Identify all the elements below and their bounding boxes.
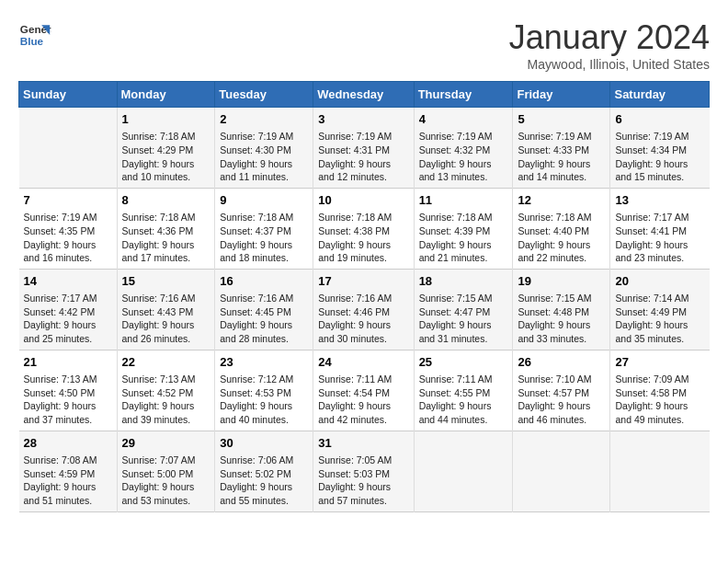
day-number: 2: [220, 111, 308, 128]
calendar-cell: 29Sunrise: 7:07 AMSunset: 5:00 PMDayligh…: [117, 431, 215, 511]
day-number: 21: [24, 354, 112, 371]
day-number: 20: [615, 273, 704, 290]
cell-content: Sunrise: 7:16 AMSunset: 4:45 PMDaylight:…: [220, 292, 308, 346]
cell-content: Sunrise: 7:09 AMSunset: 4:58 PMDaylight:…: [615, 373, 704, 427]
cell-content: Sunrise: 7:14 AMSunset: 4:49 PMDaylight:…: [615, 292, 704, 346]
cell-content: Sunrise: 7:18 AMSunset: 4:37 PMDaylight:…: [220, 211, 308, 265]
day-number: 24: [318, 354, 408, 371]
calendar-cell: 3Sunrise: 7:19 AMSunset: 4:31 PMDaylight…: [313, 108, 414, 189]
calendar-cell: 1Sunrise: 7:18 AMSunset: 4:29 PMDaylight…: [117, 108, 215, 189]
day-number: 31: [318, 435, 408, 452]
cell-content: Sunrise: 7:19 AMSunset: 4:34 PMDaylight:…: [615, 130, 704, 184]
calendar-cell: 30Sunrise: 7:06 AMSunset: 5:02 PMDayligh…: [215, 431, 313, 511]
calendar-subtitle: Maywood, Illinois, United States: [509, 57, 710, 72]
calendar-cell: 16Sunrise: 7:16 AMSunset: 4:45 PMDayligh…: [215, 269, 313, 350]
day-number: 16: [220, 273, 308, 290]
day-number: 30: [220, 435, 308, 452]
calendar-cell: 5Sunrise: 7:19 AMSunset: 4:33 PMDaylight…: [513, 108, 610, 189]
day-number: 11: [419, 192, 508, 209]
cell-content: Sunrise: 7:19 AMSunset: 4:33 PMDaylight:…: [518, 130, 605, 184]
svg-text:Blue: Blue: [20, 35, 44, 47]
calendar-cell: 6Sunrise: 7:19 AMSunset: 4:34 PMDaylight…: [610, 108, 710, 189]
calendar-cell: [610, 431, 710, 511]
calendar-body: 1Sunrise: 7:18 AMSunset: 4:29 PMDaylight…: [19, 108, 710, 512]
day-number: 3: [318, 111, 408, 128]
calendar-cell: 13Sunrise: 7:17 AMSunset: 4:41 PMDayligh…: [610, 188, 710, 269]
calendar-cell: 9Sunrise: 7:18 AMSunset: 4:37 PMDaylight…: [215, 188, 313, 269]
calendar-cell: 11Sunrise: 7:18 AMSunset: 4:39 PMDayligh…: [414, 188, 513, 269]
cell-content: Sunrise: 7:17 AMSunset: 4:41 PMDaylight:…: [615, 211, 704, 265]
header-wednesday: Wednesday: [313, 82, 414, 108]
day-number: 18: [419, 273, 508, 290]
day-number: 1: [122, 111, 210, 128]
header-saturday: Saturday: [610, 82, 710, 108]
day-number: 15: [122, 273, 210, 290]
cell-content: Sunrise: 7:07 AMSunset: 5:00 PMDaylight:…: [122, 454, 210, 508]
calendar-cell: 7Sunrise: 7:19 AMSunset: 4:35 PMDaylight…: [19, 188, 118, 269]
day-number: 14: [24, 273, 112, 290]
calendar-cell: 23Sunrise: 7:12 AMSunset: 4:53 PMDayligh…: [215, 350, 313, 431]
calendar-cell: 27Sunrise: 7:09 AMSunset: 4:58 PMDayligh…: [610, 350, 710, 431]
cell-content: Sunrise: 7:18 AMSunset: 4:39 PMDaylight:…: [419, 211, 508, 265]
title-area: January 2024 Maywood, Illinois, United S…: [509, 18, 710, 72]
day-number: 17: [318, 273, 408, 290]
cell-content: Sunrise: 7:12 AMSunset: 4:53 PMDaylight:…: [220, 373, 308, 427]
day-number: 7: [24, 192, 112, 209]
cell-content: Sunrise: 7:15 AMSunset: 4:47 PMDaylight:…: [419, 292, 508, 346]
day-number: 23: [220, 354, 308, 371]
cell-content: Sunrise: 7:08 AMSunset: 4:59 PMDaylight:…: [24, 454, 112, 508]
day-number: 19: [518, 273, 605, 290]
cell-content: Sunrise: 7:16 AMSunset: 4:43 PMDaylight:…: [122, 292, 210, 346]
cell-content: Sunrise: 7:19 AMSunset: 4:35 PMDaylight:…: [24, 211, 112, 265]
cell-content: Sunrise: 7:19 AMSunset: 4:32 PMDaylight:…: [419, 130, 508, 184]
cell-content: Sunrise: 7:18 AMSunset: 4:36 PMDaylight:…: [122, 211, 210, 265]
cell-content: Sunrise: 7:11 AMSunset: 4:54 PMDaylight:…: [318, 373, 408, 427]
week-row-2: 7Sunrise: 7:19 AMSunset: 4:35 PMDaylight…: [19, 188, 710, 269]
day-number: 8: [122, 192, 210, 209]
cell-content: Sunrise: 7:13 AMSunset: 4:52 PMDaylight:…: [122, 373, 210, 427]
calendar-title: January 2024: [509, 18, 710, 57]
cell-content: Sunrise: 7:18 AMSunset: 4:29 PMDaylight:…: [122, 130, 210, 184]
cell-content: Sunrise: 7:18 AMSunset: 4:38 PMDaylight:…: [318, 211, 408, 265]
week-row-3: 14Sunrise: 7:17 AMSunset: 4:42 PMDayligh…: [19, 269, 710, 350]
cell-content: Sunrise: 7:05 AMSunset: 5:03 PMDaylight:…: [318, 454, 408, 508]
calendar-cell: 31Sunrise: 7:05 AMSunset: 5:03 PMDayligh…: [313, 431, 414, 511]
calendar-cell: 24Sunrise: 7:11 AMSunset: 4:54 PMDayligh…: [313, 350, 414, 431]
cell-content: Sunrise: 7:10 AMSunset: 4:57 PMDaylight:…: [518, 373, 605, 427]
calendar-cell: 25Sunrise: 7:11 AMSunset: 4:55 PMDayligh…: [414, 350, 513, 431]
calendar-cell: 4Sunrise: 7:19 AMSunset: 4:32 PMDaylight…: [414, 108, 513, 189]
calendar-cell: [414, 431, 513, 511]
day-number: 6: [615, 111, 704, 128]
day-number: 9: [220, 192, 308, 209]
cell-content: Sunrise: 7:16 AMSunset: 4:46 PMDaylight:…: [318, 292, 408, 346]
day-number: 29: [122, 435, 210, 452]
calendar-cell: 18Sunrise: 7:15 AMSunset: 4:47 PMDayligh…: [414, 269, 513, 350]
header-thursday: Thursday: [414, 82, 513, 108]
day-number: 28: [24, 435, 112, 452]
cell-content: Sunrise: 7:18 AMSunset: 4:40 PMDaylight:…: [518, 211, 605, 265]
logo-icon: General Blue: [18, 18, 51, 52]
calendar-cell: 26Sunrise: 7:10 AMSunset: 4:57 PMDayligh…: [513, 350, 610, 431]
calendar-cell: 28Sunrise: 7:08 AMSunset: 4:59 PMDayligh…: [19, 431, 118, 511]
week-row-1: 1Sunrise: 7:18 AMSunset: 4:29 PMDaylight…: [19, 108, 710, 189]
calendar-cell: 2Sunrise: 7:19 AMSunset: 4:30 PMDaylight…: [215, 108, 313, 189]
calendar-cell: 19Sunrise: 7:15 AMSunset: 4:48 PMDayligh…: [513, 269, 610, 350]
calendar-table: SundayMondayTuesdayWednesdayThursdayFrid…: [18, 81, 710, 512]
cell-content: Sunrise: 7:13 AMSunset: 4:50 PMDaylight:…: [24, 373, 112, 427]
day-number: 12: [518, 192, 605, 209]
logo: General Blue: [18, 18, 51, 52]
calendar-cell: 17Sunrise: 7:16 AMSunset: 4:46 PMDayligh…: [313, 269, 414, 350]
calendar-header-row: SundayMondayTuesdayWednesdayThursdayFrid…: [19, 82, 710, 108]
calendar-cell: 8Sunrise: 7:18 AMSunset: 4:36 PMDaylight…: [117, 188, 215, 269]
page-header: General Blue January 2024 Maywood, Illin…: [18, 18, 710, 72]
calendar-cell: [513, 431, 610, 511]
header-friday: Friday: [513, 82, 610, 108]
calendar-cell: [19, 108, 118, 189]
week-row-4: 21Sunrise: 7:13 AMSunset: 4:50 PMDayligh…: [19, 350, 710, 431]
day-number: 13: [615, 192, 704, 209]
calendar-cell: 12Sunrise: 7:18 AMSunset: 4:40 PMDayligh…: [513, 188, 610, 269]
cell-content: Sunrise: 7:17 AMSunset: 4:42 PMDaylight:…: [24, 292, 112, 346]
day-number: 4: [419, 111, 508, 128]
cell-content: Sunrise: 7:11 AMSunset: 4:55 PMDaylight:…: [419, 373, 508, 427]
calendar-cell: 21Sunrise: 7:13 AMSunset: 4:50 PMDayligh…: [19, 350, 118, 431]
